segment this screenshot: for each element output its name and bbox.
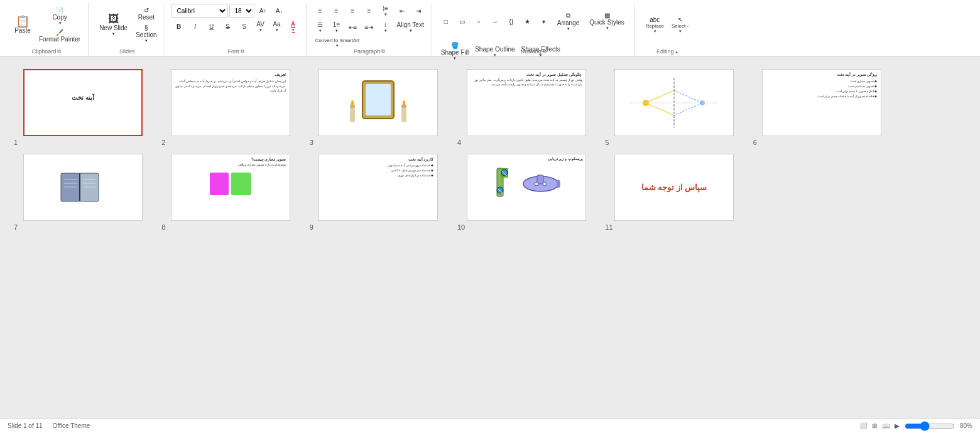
bullets-button[interactable]: ☰▾ — [313, 20, 328, 35]
paste-button[interactable]: 📋 Paste — [10, 8, 35, 43]
paste-icon: 📋 — [16, 16, 30, 27]
col-count-button[interactable]: ⁞≡▾ — [378, 4, 393, 18]
replace-button[interactable]: abc Replace ▾ — [643, 14, 667, 36]
arrange-button[interactable]: ⧉ Arrange ▾ — [553, 4, 584, 39]
shape-fill-button[interactable]: 🪣 Shape Fill ▾ — [438, 41, 471, 62]
rtl-button[interactable]: ⇤ — [395, 5, 410, 18]
quick-styles-dropdown: ▾ — [606, 26, 609, 31]
paragraph-expand-icon[interactable]: ⧉ — [381, 48, 385, 55]
increase-font-button[interactable]: A↑ — [256, 4, 271, 17]
shape-round-rect[interactable]: ▭ — [455, 15, 470, 28]
select-button[interactable]: ↖ Select - ▾ — [668, 14, 692, 36]
strikethrough-button[interactable]: S — [220, 21, 236, 33]
slide-1-num: 1 — [14, 139, 18, 146]
slide-10-container: پریسکوپ و زیردریایی — [456, 154, 596, 231]
slide-11-thumb[interactable]: سپاس از توجه شما — [614, 154, 734, 221]
clipboard-expand-icon[interactable]: ⧉ — [57, 48, 61, 55]
align-right-button[interactable]: ≡ — [346, 5, 361, 18]
char-spacing-button[interactable]: AV▾ — [253, 19, 268, 34]
slide-3-container: 3 — [308, 69, 449, 146]
svg-rect-3 — [401, 106, 406, 122]
theme-name: Office Theme — [53, 422, 90, 429]
shadow-button[interactable]: S — [237, 21, 252, 33]
indent-more-button[interactable]: ≡⇥ — [362, 21, 377, 34]
slide-11-title: سپاس از توجه شما — [636, 170, 712, 205]
numbering-button[interactable]: 1≡▾ — [329, 20, 344, 35]
normal-view-icon[interactable]: ⬜ — [859, 422, 867, 429]
italic-button[interactable]: I — [188, 21, 203, 33]
align-text-button[interactable]: Align Text▾ — [395, 20, 427, 35]
new-slide-dropdown[interactable]: ▾ — [112, 31, 115, 36]
slide-4-num: 4 — [457, 139, 461, 146]
slide-7-thumb[interactable] — [23, 154, 143, 221]
slide-1-title: آینه تخت — [24, 89, 141, 106]
new-slide-button[interactable]: 🖼 New Slide ▾ — [95, 8, 132, 43]
new-slide-icon: 🖼 — [108, 13, 119, 24]
shape-outline-button[interactable]: Shape Outline▾ — [472, 45, 517, 59]
justify-button[interactable]: ≡ — [362, 5, 377, 18]
editing-expand-icon[interactable]: ▴ — [675, 49, 678, 55]
slideshow-icon[interactable]: ▶ — [895, 422, 900, 429]
slide-sorter-icon[interactable]: ⊞ — [872, 422, 877, 429]
line-spacing-button[interactable]: ↕▾ — [378, 20, 393, 35]
decrease-font-button[interactable]: A↓ — [272, 4, 287, 17]
font-row-1: Calibri 18 A↑ A↓ — [172, 4, 301, 18]
paragraph-controls: ≡ ≡ ≡ ≡ ⁞≡▾ ⇤ ⇥ ☰▾ 1≡▾ ⇤≡ ≡⇥ ↕▾ Align Te… — [313, 4, 427, 52]
slide-6-container: ویژگی تصویر در آینه تخت ◆ تصویر مجازی اس… — [752, 69, 892, 146]
svg-point-36 — [557, 179, 560, 188]
bold-button[interactable]: B — [172, 21, 187, 33]
slide-9-thumb[interactable]: کاربرد آینه تخت ◆ استفاده روزمره در آینه… — [318, 154, 438, 221]
ltr-button[interactable]: ⇥ — [411, 5, 426, 18]
status-right: ⬜ ⊞ 📖 ▶ 80% — [859, 421, 972, 431]
format-painter-button[interactable]: 🖌️ Format Painter — [36, 28, 83, 44]
slides-grid: آینه تخت 1 تعریف این بخش شامل تعریف آینه… — [13, 69, 892, 231]
shape-bracket[interactable]: {} — [504, 15, 519, 28]
svg-point-37 — [535, 182, 538, 186]
font-color-button[interactable]: A▾ — [286, 19, 301, 34]
select-icon: ↖ — [678, 16, 683, 23]
slide-2-num: 2 — [161, 139, 165, 146]
reset-button[interactable]: ↺ Reset — [133, 6, 159, 22]
slides-controls: 🖼 New Slide ▾ ↺ Reset § Section ▾ — [95, 4, 159, 46]
arrange-icon: ⧉ — [566, 12, 570, 19]
svg-line-10 — [646, 90, 674, 103]
shape-circle[interactable]: ○ — [471, 15, 486, 28]
drawing-expand-icon[interactable]: ⧉ — [543, 48, 547, 55]
shapes-more-button[interactable]: ▾ — [536, 15, 552, 28]
slide-7-container: 7 — [13, 154, 153, 231]
svg-point-31 — [497, 187, 503, 193]
slide-2-thumb[interactable]: تعریف این بخش شامل تعریف آینه و خواص اصل… — [171, 69, 290, 136]
svg-line-13 — [674, 103, 702, 115]
align-left-button[interactable]: ≡ — [313, 5, 328, 18]
slide-5-thumb[interactable] — [614, 69, 734, 136]
paste-label: Paste — [14, 27, 31, 34]
section-button[interactable]: § Section ▾ — [133, 23, 159, 45]
slide-8-thumb[interactable]: تصویر مجازی چیست؟ توضیحاتی درباره تصویر … — [171, 154, 290, 221]
reading-view-icon[interactable]: 📖 — [882, 422, 890, 429]
indent-less-button[interactable]: ⇤≡ — [346, 21, 361, 34]
font-size-select[interactable]: 18 — [229, 4, 254, 18]
svg-point-7 — [403, 100, 405, 105]
align-center-button[interactable]: ≡ — [329, 5, 344, 18]
quick-styles-button[interactable]: ▦ Quick Styles ▾ — [585, 4, 629, 39]
slide-5-num: 5 — [605, 139, 609, 146]
font-family-select[interactable]: Calibri — [172, 4, 228, 18]
slide-10-thumb[interactable]: پریسکوپ و زیردریایی — [467, 154, 586, 221]
shape-arrow[interactable]: → — [487, 15, 503, 28]
shape-rect[interactable]: □ — [438, 15, 454, 28]
drawing-controls: □ ▭ ○ → {} ★ ▾ ⧉ Arrange ▾ ▦ — [438, 4, 629, 65]
copy-button[interactable]: 📄 Copy ▾ — [36, 6, 83, 27]
para-row-1: ≡ ≡ ≡ ≡ ⁞≡▾ ⇤ ⇥ — [313, 4, 427, 18]
shape-star[interactable]: ★ — [520, 15, 535, 28]
font-size-aa-button[interactable]: Aa▾ — [270, 19, 285, 34]
underline-button[interactable]: U — [204, 21, 219, 33]
slide-3-thumb[interactable] — [318, 69, 438, 136]
main-area: آینه تخت 1 تعریف این بخش شامل تعریف آینه… — [0, 56, 980, 418]
smartart-button[interactable]: Convert to SmartArt▾ — [313, 36, 362, 50]
ribbon: 📋 Paste 📄 Copy ▾ 🖌️ Format Painter — [0, 0, 980, 56]
slide-6-thumb[interactable]: ویژگی تصویر در آینه تخت ◆ تصویر مجازی اس… — [762, 69, 881, 136]
zoom-slider[interactable] — [905, 421, 955, 431]
slide-1-thumb[interactable]: آینه تخت — [23, 69, 143, 136]
font-expand-icon[interactable]: ⧉ — [241, 48, 244, 55]
slide-4-thumb[interactable]: چگونگی تشکیل تصویر در آینه تخت وقتی نور … — [467, 69, 586, 136]
